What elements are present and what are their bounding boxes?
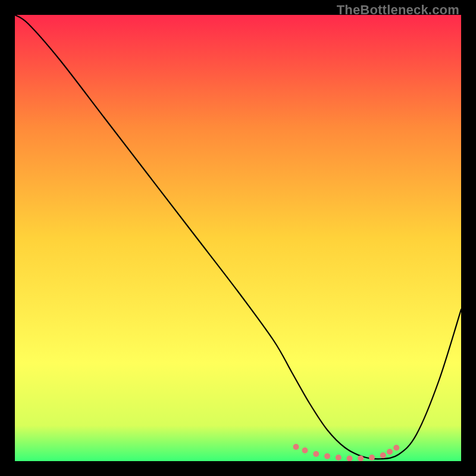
valley-dot [347, 456, 353, 462]
valley-dot [393, 445, 399, 451]
bottleneck-curve [15, 15, 461, 461]
valley-dot [336, 455, 342, 461]
valley-dot [324, 453, 330, 459]
valley-dot [380, 452, 386, 458]
valley-dot [313, 451, 319, 457]
chart-frame: TheBottleneck.com [0, 0, 476, 476]
valley-dot [293, 444, 299, 450]
plot-area [15, 15, 461, 461]
valley-dot [302, 447, 308, 453]
valley-dot [369, 455, 375, 461]
valley-dot [387, 449, 393, 455]
watermark-text: TheBottleneck.com [337, 2, 459, 18]
